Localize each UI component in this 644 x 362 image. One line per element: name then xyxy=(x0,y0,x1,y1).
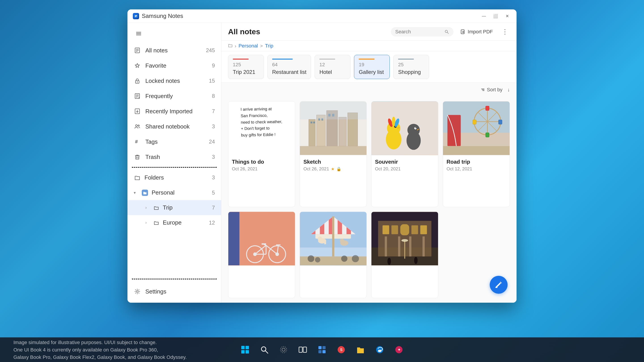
souvenir-image xyxy=(372,101,438,155)
svg-point-103 xyxy=(352,255,359,262)
note-card-road-trip[interactable]: Road trip Oct 12, 2021 xyxy=(443,101,510,207)
taskbar-widgets-button[interactable] xyxy=(316,343,328,356)
sidebar-item-personal[interactable]: ▾ Personal 5 xyxy=(128,185,221,200)
sidebar-item-europe[interactable]: › Europe 12 xyxy=(128,215,221,230)
favorite-icon xyxy=(134,62,141,69)
sort-arrow: ↓ xyxy=(507,87,510,93)
taskbar-task-view-button[interactable] xyxy=(296,343,309,356)
svg-point-18 xyxy=(136,125,137,126)
sidebar-item-locked-notes[interactable]: Locked notes 15 xyxy=(128,73,221,88)
notes-grid: I arrive arriving atSan Francisco,need t… xyxy=(222,97,516,303)
recently-imported-icon xyxy=(134,108,141,115)
svg-rect-115 xyxy=(422,236,425,256)
sidebar-item-favorite[interactable]: Favorite 9 xyxy=(128,58,221,73)
svg-point-102 xyxy=(341,255,348,262)
search-box[interactable] xyxy=(391,27,454,37)
locked-notes-label: Locked notes xyxy=(145,77,204,84)
personal-folder-count: 5 xyxy=(212,190,215,196)
sidebar-item-frequently[interactable]: Frequently 8 xyxy=(128,88,221,104)
note-card-carousel[interactable] xyxy=(300,212,367,298)
hotel-bar xyxy=(319,59,335,60)
more-options-button[interactable]: ⋮ xyxy=(500,26,510,37)
import-pdf-button[interactable]: Import PDF xyxy=(457,27,496,37)
sidebar-item-settings[interactable]: Settings xyxy=(128,284,221,299)
breadcrumb-personal[interactable]: Personal xyxy=(238,43,258,49)
sort-by-button[interactable]: Sort by xyxy=(478,86,505,94)
svg-point-119 xyxy=(414,257,418,264)
minimize-button[interactable]: — xyxy=(480,12,488,20)
subfolder-card-trip2021[interactable]: 125 Trip 2021 xyxy=(228,55,264,79)
app-icon xyxy=(133,13,139,19)
taskbar-store-button[interactable]: S xyxy=(335,343,348,356)
main-content: All notes Import PDF xyxy=(222,23,516,303)
note-card-bike[interactable] xyxy=(228,212,295,298)
svg-rect-121 xyxy=(241,346,245,349)
subfolder-card-shopping[interactable]: 25 Shopping xyxy=(393,55,429,79)
taskbar: Image simulated for illustrative purpose… xyxy=(0,337,644,362)
svg-rect-63 xyxy=(486,106,489,111)
shopping-bar xyxy=(398,59,414,60)
sketch-date: Oct 26, 2021 ★ 🔒 xyxy=(304,166,363,171)
europe-folder-icon xyxy=(154,220,159,226)
taskbar-settings-button[interactable] xyxy=(277,343,290,356)
sidebar-item-trip[interactable]: › Trip 7 xyxy=(128,200,221,215)
tags-icon: # xyxy=(134,138,141,145)
restaurant-name: Restaurant list xyxy=(272,69,306,75)
trip2021-count: 125 xyxy=(233,62,259,68)
note-card-souvenir[interactable]: Souvenir Oct 20, 2021 xyxy=(371,101,438,207)
svg-rect-131 xyxy=(318,346,322,349)
sidebar-item-trash[interactable]: Trash 3 xyxy=(128,149,221,164)
sidebar-item-folders[interactable]: Folders 3 xyxy=(128,170,221,185)
sidebar-divider-1 xyxy=(132,167,217,168)
tags-count: 24 xyxy=(209,139,215,145)
hotel-name: Hotel xyxy=(319,69,346,75)
subfolder-card-restaurant[interactable]: 64 Restaurant list xyxy=(268,55,311,79)
taskbar-start-button[interactable] xyxy=(239,343,251,356)
subfolder-card-hotel[interactable]: 12 Hotel xyxy=(314,55,350,79)
svg-rect-122 xyxy=(246,346,249,349)
sidebar-item-all-notes[interactable]: All notes 245 xyxy=(128,43,221,58)
subfolder-card-gallery[interactable]: 19 Gallery list xyxy=(354,55,390,79)
sidebar-item-tags[interactable]: # Tags 24 xyxy=(128,134,221,149)
svg-rect-93 xyxy=(332,216,334,256)
all-notes-label: All notes xyxy=(145,47,202,54)
svg-rect-109 xyxy=(400,224,409,235)
trash-label: Trash xyxy=(145,153,208,160)
note-card-street[interactable] xyxy=(371,212,438,298)
frequently-label: Frequently xyxy=(145,93,208,100)
europe-chevron-icon: › xyxy=(145,220,150,225)
folders-label: Folders xyxy=(144,174,208,181)
maximize-button[interactable]: ⬜ xyxy=(492,12,500,20)
locked-notes-icon xyxy=(134,77,141,84)
svg-rect-130 xyxy=(303,347,306,352)
note-card-sketch[interactable]: Sketch Oct 26, 2021 ★ 🔒 xyxy=(300,101,367,207)
svg-point-19 xyxy=(138,125,139,126)
personal-chevron-icon: ▾ xyxy=(134,190,138,195)
sidebar-item-recently-imported[interactable]: Recently Imported 7 xyxy=(128,104,221,119)
taskbar-other-app-button[interactable]: ✦ xyxy=(393,343,405,356)
sketch-star-icon: ★ xyxy=(331,166,334,171)
gallery-bar xyxy=(359,59,374,60)
taskbar-browser-button[interactable] xyxy=(374,343,386,356)
sort-bar: Sort by ↓ xyxy=(222,83,516,97)
restaurant-bar xyxy=(272,59,293,60)
search-input[interactable] xyxy=(395,29,442,35)
app-body: All notes 245 Favorite 9 xyxy=(128,23,516,303)
new-note-fab-button[interactable] xyxy=(490,276,508,294)
topbar-actions: Import PDF ⋮ xyxy=(391,26,510,37)
taskbar-explorer-button[interactable] xyxy=(354,343,367,356)
sidebar-item-shared-notebook[interactable]: Shared notebook 3 xyxy=(128,119,221,134)
all-notes-icon xyxy=(134,47,141,54)
things-to-do-title: Things to do xyxy=(232,159,291,165)
things-to-do-date: Oct 26, 2021 xyxy=(232,166,291,171)
taskbar-search-button[interactable] xyxy=(258,343,270,356)
frequently-icon xyxy=(134,92,141,100)
shared-notebook-icon xyxy=(134,123,141,130)
content-title: All notes xyxy=(228,27,260,36)
breadcrumb-trip[interactable]: Trip xyxy=(265,43,273,49)
breadcrumb-sep1: › xyxy=(235,43,236,49)
close-button[interactable]: ✕ xyxy=(503,12,511,20)
hamburger-button[interactable] xyxy=(134,29,144,39)
note-card-things-to-do[interactable]: I arrive arriving atSan Francisco,need t… xyxy=(228,101,295,207)
svg-rect-64 xyxy=(498,120,502,124)
